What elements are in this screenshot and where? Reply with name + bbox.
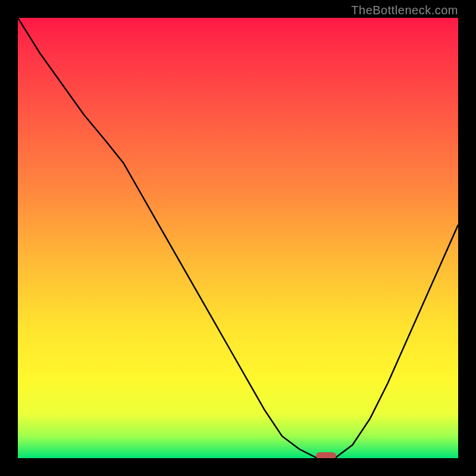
plot-area — [18, 18, 458, 458]
watermark-text: TheBottleneck.com — [351, 4, 458, 17]
bottleneck-chart: TheBottleneck.com — [0, 0, 476, 476]
bottleneck-curve — [18, 18, 458, 458]
curve-layer — [18, 18, 458, 458]
minimum-marker — [316, 452, 336, 458]
